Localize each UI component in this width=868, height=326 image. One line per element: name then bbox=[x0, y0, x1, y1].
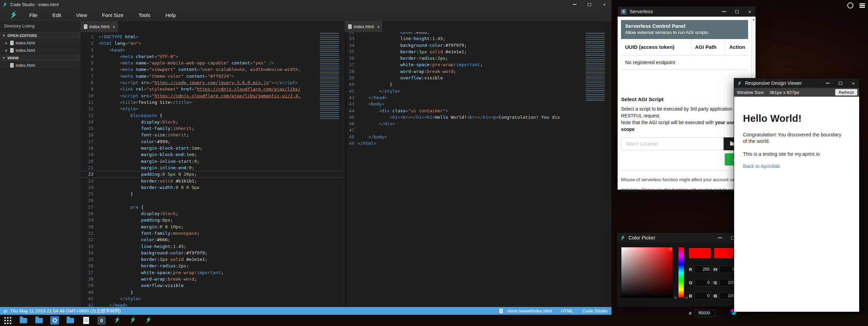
field-value-input[interactable]: 0 bbox=[694, 279, 711, 286]
status-filepath[interactable]: store:/www/index.html bbox=[507, 308, 552, 313]
close-icon[interactable]: × bbox=[602, 2, 607, 7]
line-number: 20 bbox=[81, 158, 99, 165]
refresh-button[interactable]: Refresh bbox=[835, 89, 857, 96]
tab-index-html-right[interactable]: index.html × bbox=[345, 21, 382, 32]
taskbar-icon-folder[interactable] bbox=[35, 316, 43, 325]
line-number: 24 bbox=[81, 184, 99, 191]
menu-item-file[interactable]: File bbox=[29, 12, 37, 18]
taskbar-icon-folder[interactable] bbox=[66, 316, 75, 325]
minimap[interactable] bbox=[319, 32, 341, 121]
line-number: 3 bbox=[81, 47, 99, 53]
field-value-input[interactable]: 0 bbox=[694, 292, 711, 300]
code-studio-logo-icon bbox=[114, 317, 121, 325]
tab-close-icon[interactable]: × bbox=[113, 25, 115, 29]
code-line: 12 <style> bbox=[81, 106, 342, 112]
minimize-icon[interactable] bbox=[825, 81, 830, 85]
panel-subtitle: Allow external services to run AGI scrip… bbox=[625, 30, 744, 35]
menu-item-font-size[interactable]: Font Size bbox=[102, 12, 123, 18]
code-lines-left: 1<!DOCTYPE html>2<html lang="en">3 <head… bbox=[81, 34, 342, 307]
maximize-icon[interactable] bbox=[734, 9, 739, 14]
line-number: 11 bbox=[81, 99, 99, 106]
line-number: 45 bbox=[347, 114, 358, 120]
line-number: 48 bbox=[347, 134, 358, 140]
back-to-aprintlab-link[interactable]: Back to Aprintlab bbox=[743, 164, 850, 169]
code-text: border-width:0 0 0 5px bbox=[99, 184, 199, 191]
code-text: display:block; bbox=[99, 119, 178, 125]
taskbar-icon-app-grid[interactable] bbox=[3, 316, 12, 325]
close-icon[interactable]: × bbox=[851, 81, 856, 85]
taskbar-icon-serverless-app[interactable]: 0 bbox=[97, 316, 106, 325]
taskbar-icon-code-studio[interactable] bbox=[113, 316, 122, 325]
sidebar-section-open-editors[interactable]: ▾OPEN EDITORS bbox=[0, 32, 81, 39]
color-cursor[interactable] bbox=[669, 248, 672, 251]
congratulation-paragraph: Congratulation! You discovered the bound… bbox=[743, 132, 845, 145]
close-icon[interactable]: × bbox=[747, 9, 752, 14]
code-text: } bbox=[99, 289, 133, 295]
menu-item-edit[interactable]: Edit bbox=[52, 12, 61, 18]
menu-item-help[interactable]: Help bbox=[165, 12, 176, 18]
taskbar-icon-document[interactable] bbox=[82, 316, 90, 325]
menu-item-tools[interactable]: Tools bbox=[139, 12, 150, 18]
tab-index-html-left[interactable]: index.html × bbox=[81, 21, 118, 32]
scroll-up-icon[interactable]: ▲ bbox=[751, 17, 756, 21]
code-line: 26 bbox=[81, 197, 342, 204]
taskbar-icon-folder[interactable] bbox=[19, 316, 28, 325]
code-text: white-space:pre-wrap!important; bbox=[358, 61, 483, 68]
code-text: <body> bbox=[358, 101, 384, 107]
tab-close-icon[interactable]: × bbox=[377, 25, 379, 29]
maximize-icon[interactable] bbox=[587, 2, 592, 7]
hex-input[interactable]: ff0000 bbox=[694, 309, 715, 317]
status-language[interactable]: HTML bbox=[561, 308, 573, 313]
code-text: } bbox=[99, 191, 133, 197]
line-number: 43 bbox=[347, 101, 358, 107]
document-icon bbox=[83, 317, 89, 324]
code-studio-logo-icon bbox=[2, 2, 7, 7]
minimize-icon[interactable] bbox=[572, 2, 577, 7]
minimize-icon[interactable] bbox=[722, 9, 726, 14]
code-studio-window: Code Studio - index.html × FileEditViewF… bbox=[0, 0, 612, 315]
sidebar-section-www[interactable]: ▾WWW bbox=[0, 54, 81, 62]
code-text: <meta name="theme-color" content="#ff922… bbox=[99, 73, 234, 79]
close-icon[interactable]: × bbox=[3, 49, 9, 53]
code-line: 8 <script src="https://code.jquery.com/j… bbox=[81, 79, 342, 86]
code-text: margin-inline-start:0; bbox=[99, 158, 199, 165]
rgb-fields: R255⇕G0⇕B0⇕ bbox=[689, 261, 715, 300]
editor-pane-right[interactable]: 32 color:#666;33 line-height:1.45;34 bac… bbox=[345, 32, 608, 307]
sidebar-item-index-html[interactable]: index.html bbox=[0, 62, 81, 69]
maximize-icon[interactable] bbox=[838, 81, 843, 85]
window-title: Code Studio - index.html bbox=[10, 2, 58, 7]
hue-marker-left-icon[interactable]: ▷ bbox=[675, 296, 677, 299]
saturation-value-field[interactable] bbox=[621, 247, 673, 298]
minimap[interactable] bbox=[584, 32, 607, 103]
menu-item-view[interactable]: View bbox=[76, 12, 87, 18]
file-icon bbox=[499, 309, 503, 313]
previous-color-swatch bbox=[714, 248, 736, 258]
sidebar-item-index-html[interactable]: ×index.html bbox=[0, 39, 81, 47]
system-menu-icon[interactable] bbox=[860, 3, 865, 8]
hue-slider[interactable] bbox=[678, 247, 684, 298]
close-icon[interactable]: × bbox=[3, 41, 9, 45]
code-line: 45 <h1><br></h1><h1>Hello World!<br></h1… bbox=[347, 114, 608, 120]
code-studio-logo-icon bbox=[737, 81, 742, 86]
taskbar-icon-media-tile[interactable] bbox=[50, 316, 59, 325]
code-line: 41 </style> bbox=[81, 295, 342, 302]
field-value-input[interactable]: 255 bbox=[694, 266, 711, 273]
minimize-icon[interactable] bbox=[718, 235, 722, 240]
code-text: word-wrap:break-word; bbox=[99, 276, 197, 282]
field-label: H bbox=[714, 267, 720, 272]
line-number: 31 bbox=[81, 230, 99, 236]
code-line: 19 margin-block-end:1em; bbox=[81, 151, 342, 158]
editor-pane-left[interactable]: 1<!DOCTYPE html>2<html lang="en">3 <head… bbox=[81, 32, 342, 307]
taskbar-icon-code-studio[interactable] bbox=[144, 316, 153, 325]
app-grid-icon bbox=[4, 317, 12, 324]
script-location-input[interactable] bbox=[621, 137, 724, 150]
system-ring-icon[interactable] bbox=[847, 2, 853, 8]
sidebar-item-index-html[interactable]: ×index.html bbox=[0, 47, 81, 54]
hue-marker-right-icon[interactable]: ◁ bbox=[685, 296, 687, 299]
line-number: 7 bbox=[81, 73, 99, 79]
taskbar-icon-code-studio[interactable] bbox=[128, 316, 137, 325]
code-text: margin-block-end:1em; bbox=[99, 151, 197, 158]
code-line: 6 <meta name="viewport" content="user-sc… bbox=[81, 66, 342, 73]
code-text: <html lang="en"> bbox=[99, 40, 141, 46]
line-number: 41 bbox=[347, 88, 358, 94]
